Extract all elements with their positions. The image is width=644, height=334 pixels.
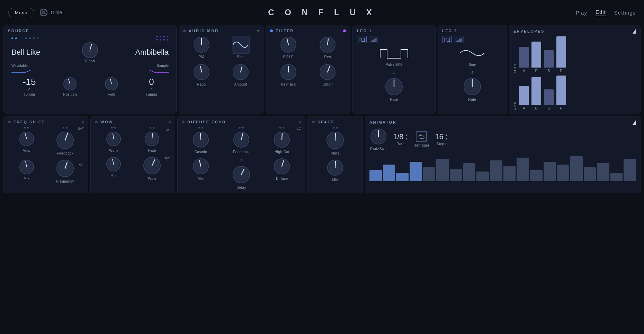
seq-bar-5[interactable] <box>436 159 449 181</box>
sine-label: Sine <box>237 55 244 59</box>
highcut-knob[interactable] <box>273 131 291 149</box>
seq-bar-12[interactable] <box>530 170 543 181</box>
wow-rate-knob[interactable] <box>144 131 160 147</box>
fwdbwd-knob[interactable] <box>369 128 387 146</box>
lfo2-shape-saw[interactable] <box>454 36 464 43</box>
seq-bar-16[interactable] <box>584 167 596 181</box>
space-mix-knob[interactable] <box>326 159 344 177</box>
amp-d-bar[interactable] <box>531 77 541 105</box>
amp-s-bar[interactable] <box>544 89 554 105</box>
delay-knob[interactable] <box>232 165 251 184</box>
wow-header: WOW ▾ <box>95 120 171 124</box>
freqshift-amp-knob[interactable] <box>18 131 35 147</box>
steps-up-arrow[interactable]: ▲ <box>445 133 448 137</box>
seq-bar-1[interactable] <box>383 165 395 181</box>
diffuse-mix-knob[interactable] <box>192 157 210 175</box>
glide-circle-inner <box>42 11 45 14</box>
ratio-label: Ratio <box>197 82 206 86</box>
mod-a-bar[interactable] <box>519 47 529 68</box>
seq-bar-13[interactable] <box>544 162 556 181</box>
audiomod-panel: AUDIO MOD ▾ PM <box>179 25 263 114</box>
svlp-knob[interactable] <box>279 36 297 54</box>
seq-bar-7[interactable] <box>463 163 476 181</box>
space-mix-wrap: Mix <box>326 159 344 182</box>
seq-bar-0[interactable] <box>369 170 382 181</box>
tuning-left-value: -15 <box>23 77 36 87</box>
nav-settings[interactable]: Settings <box>614 10 636 16</box>
res-label: Res <box>324 55 331 59</box>
seq-bar-14[interactable] <box>557 165 569 181</box>
amp-r-bar[interactable] <box>556 76 566 105</box>
freqshift-mix-knob[interactable] <box>18 159 35 175</box>
steps-down-arrow[interactable]: ▼ <box>445 137 448 140</box>
mod-r-bar[interactable] <box>556 36 566 68</box>
seq-bar-8[interactable] <box>476 172 489 181</box>
plate-knob[interactable] <box>325 131 345 150</box>
pm-knob[interactable] <box>193 36 211 54</box>
amp-a-bar[interactable] <box>519 86 529 105</box>
seq-bar-15[interactable] <box>570 156 583 181</box>
tuning-left-label: Tuning <box>24 93 35 96</box>
keytrack-knob[interactable] <box>279 63 297 81</box>
glide-toggle[interactable] <box>40 9 47 16</box>
position-knob[interactable] <box>63 77 77 91</box>
seq-bar-3[interactable] <box>410 162 422 181</box>
mod-s-bar[interactable] <box>544 50 554 68</box>
lfo1-shape-saw[interactable] <box>369 36 378 43</box>
wow-dot <box>95 121 98 123</box>
seq-bar-18[interactable] <box>610 173 623 181</box>
amp-label: AMP <box>513 76 517 110</box>
seq-bar-4[interactable] <box>423 167 436 181</box>
retrigger-wrap: Retrigger <box>414 131 430 147</box>
seq-bar-19[interactable] <box>624 159 636 181</box>
cosmic-label: Cosmic <box>194 150 207 154</box>
nav-edit[interactable]: Edit <box>596 9 606 16</box>
diffuse-dot <box>182 121 185 123</box>
wow-wow-knob[interactable] <box>142 156 162 175</box>
seq-bar-6[interactable] <box>450 169 462 181</box>
mono-button[interactable]: Mono <box>8 8 34 17</box>
lfo2-shape-square[interactable] <box>442 36 452 43</box>
steps-selector: 16 ▲ ▼ Steps <box>435 132 448 146</box>
diffuse-feedback-knob[interactable] <box>232 131 250 149</box>
amount-knob[interactable] <box>232 63 250 81</box>
lfo1-rate-knob[interactable] <box>384 77 404 96</box>
blend-knob[interactable] <box>81 41 99 59</box>
diffuse-chevron[interactable]: ▾ <box>299 120 301 124</box>
amp-a-label: A <box>523 106 525 110</box>
nav-play[interactable]: Play <box>576 10 587 16</box>
cutoff-knob[interactable] <box>319 63 337 81</box>
space-header: SPACE <box>312 120 358 124</box>
rate-up-arrow[interactable]: ▲ <box>405 133 408 137</box>
retrigger-label: Retrigger <box>414 143 430 147</box>
worn-knob[interactable] <box>105 131 122 147</box>
lfo1-shape-square[interactable] <box>357 36 367 43</box>
freqshift-feedback-wrap: SAT Feedback <box>47 127 84 155</box>
wow-wow-wrap: SAT Wow <box>134 156 171 181</box>
seq-bar-10[interactable] <box>503 166 516 181</box>
svlp-label: SV LP <box>283 55 294 59</box>
freqshift-chevron[interactable]: ▾ <box>82 120 84 124</box>
tuning-line-right <box>141 69 169 75</box>
freqshift-feedback-knob[interactable] <box>55 131 75 150</box>
wow-mix-knob[interactable] <box>105 156 122 173</box>
retrigger-button[interactable] <box>416 131 427 142</box>
lfo2-rate-knob[interactable] <box>463 77 482 96</box>
fold-knob[interactable] <box>104 77 119 91</box>
cosmic-knob[interactable] <box>192 131 210 149</box>
res-knob[interactable] <box>319 36 337 54</box>
space-title: SPACE <box>317 120 335 124</box>
seq-bar-17[interactable] <box>597 163 609 181</box>
freqshift-freq-knob[interactable] <box>55 159 75 178</box>
seq-bar-9[interactable] <box>490 160 502 181</box>
ratio-knob[interactable] <box>193 63 211 81</box>
wow-chevron[interactable]: ▾ <box>169 120 171 124</box>
seq-bar-11[interactable] <box>517 158 529 181</box>
mod-d-bar[interactable] <box>531 42 541 68</box>
wow-rate-wrap: ∞ Rate <box>134 127 171 152</box>
rate-down-arrow[interactable]: ▼ <box>405 137 408 140</box>
source-title: SOURCE <box>8 29 29 33</box>
diffuse-diffuse-knob[interactable] <box>273 157 291 175</box>
audiomod-chevron[interactable]: ▾ <box>257 29 259 33</box>
seq-bar-2[interactable] <box>396 173 409 181</box>
